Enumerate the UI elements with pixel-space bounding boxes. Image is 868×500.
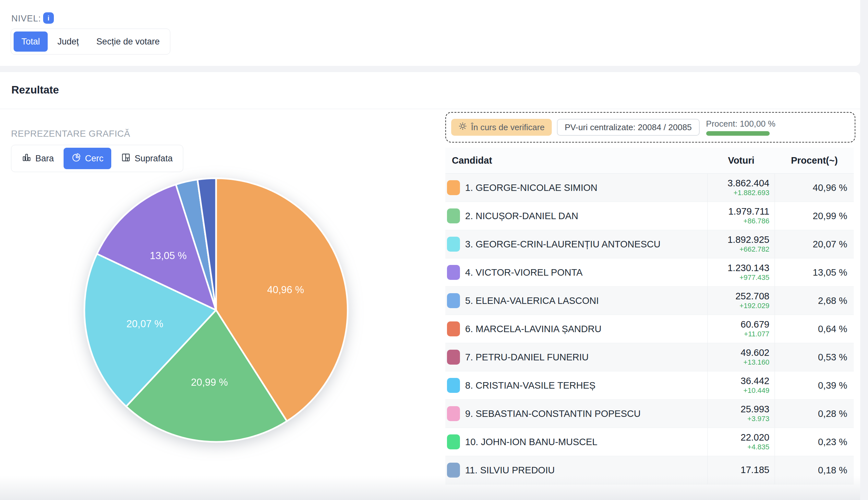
table-row: 11. SILVIU PREDOIU 17.185 0,18 % [445,456,854,485]
percent-cell: 20,99 % [775,202,854,230]
percent-cell: 0,64 % [775,315,854,343]
percent-cell: 40,96 % [775,174,854,202]
votes-cell: 3.862.404 +1.882.693 [707,174,775,202]
pie-chart: 40,96 %20,99 %20,07 %13,05 % [80,174,352,446]
col-procent: Procent(~) [775,155,854,166]
votes-delta: +11.077 [744,330,770,338]
verification-badge: În curs de verificare [451,119,552,136]
percent-label: Procent: 100,00 % [706,119,776,129]
candidate-color-swatch [447,378,460,393]
percent-cell: 0,18 % [775,456,854,484]
percent-value: 0,53 % [818,352,847,363]
pie-slice-label: 20,07 % [127,318,164,330]
header-card: NIVEL: i Total Județ Secție de votare [0,0,860,66]
candidate-name: 9. SEBASTIAN-CONSTANTIN POPESCU [465,408,641,419]
votes-cell: 22.020 +4.835 [707,428,775,456]
pie-slice-label: 13,05 % [150,250,187,261]
results-card: Rezultate REPREZENTARE GRAFICĂ Bara Cerc [0,72,860,500]
tab-cerc-label: Cerc [85,154,104,164]
percent-cell: 0,39 % [775,372,854,399]
votes-cell: 17.185 [707,456,775,484]
col-candidat: Candidat [445,155,707,166]
percent-value: 0,23 % [818,437,847,447]
table-row: 4. VICTOR-VIOREL PONTA 1.230.143 +977.43… [445,259,854,287]
candidate-color-swatch [447,208,460,223]
tab-judet[interactable]: Județ [50,32,86,52]
candidate-cell: 6. MARCELA-LAVINIA ȘANDRU [445,315,707,343]
section-label: REPREZENTARE GRAFICĂ [11,128,130,139]
progress-fill [706,131,770,136]
candidate-cell: 1. GEORGE-NICOLAE SIMION [445,174,707,202]
candidate-cell: 11. SILVIU PREDOIU [445,456,707,484]
table-row: 9. SEBASTIAN-CONSTANTIN POPESCU 25.993 +… [445,400,854,428]
candidate-color-swatch [447,434,460,450]
votes-cell: 1.230.143 +977.435 [707,259,775,286]
candidate-color-swatch [447,463,460,478]
treemap-icon [121,152,131,164]
percent-block: Procent: 100,00 % [706,119,776,136]
candidate-cell: 2. NICUȘOR-DANIEL DAN [445,202,707,230]
tab-suprafata-label: Suprafata [134,154,173,164]
votes-delta: +192.029 [740,302,770,310]
candidate-color-swatch [447,180,460,195]
percent-cell: 2,68 % [775,287,854,315]
table-row: 2. NICUȘOR-DANIEL DAN 1.979.711 +86.786 … [445,202,854,230]
votes-cell: 49.602 +13.160 [707,343,775,371]
votes-value: 25.993 [740,404,770,414]
votes-cell: 1.892.925 +662.782 [707,230,775,258]
tab-cerc[interactable]: Cerc [63,148,111,169]
candidate-cell: 7. PETRU-DANIEL FUNERIU [445,343,707,371]
candidate-name: 8. CRISTIAN-VASILE TERHEȘ [465,380,596,391]
votes-value: 17.185 [740,465,770,475]
percent-value: 2,68 % [818,295,847,306]
percent-value: 20,99 % [813,211,847,221]
candidate-name: 7. PETRU-DANIEL FUNERIU [465,352,589,363]
percent-value: 0,18 % [818,465,847,476]
candidate-name: 1. GEORGE-NICOLAE SIMION [465,182,598,193]
candidate-cell: 3. GEORGE-CRIN-LAURENȚIU ANTONESCU [445,230,707,258]
votes-cell: 36.442 +10.449 [707,372,775,399]
tab-bara[interactable]: Bara [14,148,62,169]
percent-cell: 20,07 % [775,230,854,258]
status-box: În curs de verificare PV-uri centralizat… [445,112,855,143]
percent-cell: 0,28 % [775,400,854,428]
tab-total[interactable]: Total [14,32,48,52]
table-row: 10. JOHN-ION BANU-MUSCEL 22.020 +4.835 0… [445,428,854,456]
percent-cell: 0,53 % [775,343,854,371]
candidate-cell: 5. ELENA-VALERICA LASCONI [445,287,707,315]
votes-value: 60.679 [740,319,770,330]
votes-value: 1.979.711 [728,206,770,217]
table-body: 1. GEORGE-NICOLAE SIMION 3.862.404 +1.88… [445,174,854,485]
candidate-name: 11. SILVIU PREDOIU [465,465,555,476]
tab-suprafata[interactable]: Suprafata [113,148,180,169]
candidate-color-swatch [447,293,460,308]
tab-sectie-de-votare[interactable]: Secție de votare [89,32,167,52]
candidate-cell: 9. SEBASTIAN-CONSTANTIN POPESCU [445,400,707,428]
votes-delta: +662.782 [740,245,770,253]
chart-type-tabs: Bara Cerc Suprafata [11,145,183,172]
percent-cell: 0,23 % [775,428,854,456]
percent-cell: 13,05 % [775,259,854,286]
votes-delta: +4.835 [747,443,770,451]
candidate-cell: 8. CRISTIAN-VASILE TERHEȘ [445,372,707,399]
pie-slice-label: 40,96 % [267,284,304,295]
votes-cell: 252.708 +192.029 [707,287,775,315]
votes-delta: +86.786 [743,217,770,225]
votes-value: 49.602 [740,348,770,358]
votes-value: 22.020 [740,432,770,443]
info-icon[interactable]: i [43,12,54,24]
pie-slice-label: 20,99 % [191,377,228,388]
candidate-name: 2. NICUȘOR-DANIEL DAN [465,211,578,221]
pv-centralized-pill: PV-uri centralizate: 20084 / 20085 [557,119,700,136]
candidate-color-swatch [447,406,460,421]
table-row: 3. GEORGE-CRIN-LAURENȚIU ANTONESCU 1.892… [445,230,854,259]
votes-cell: 60.679 +11.077 [707,315,775,343]
pie-chart-icon [71,152,81,164]
table-row: 8. CRISTIAN-VASILE TERHEȘ 36.442 +10.449… [445,372,854,400]
bar-chart-icon [22,152,32,164]
votes-value: 252.708 [735,291,770,302]
votes-delta: +977.435 [740,273,770,282]
gear-icon [458,122,467,133]
votes-cell: 1.979.711 +86.786 [707,202,775,230]
progress-bar [706,131,770,136]
